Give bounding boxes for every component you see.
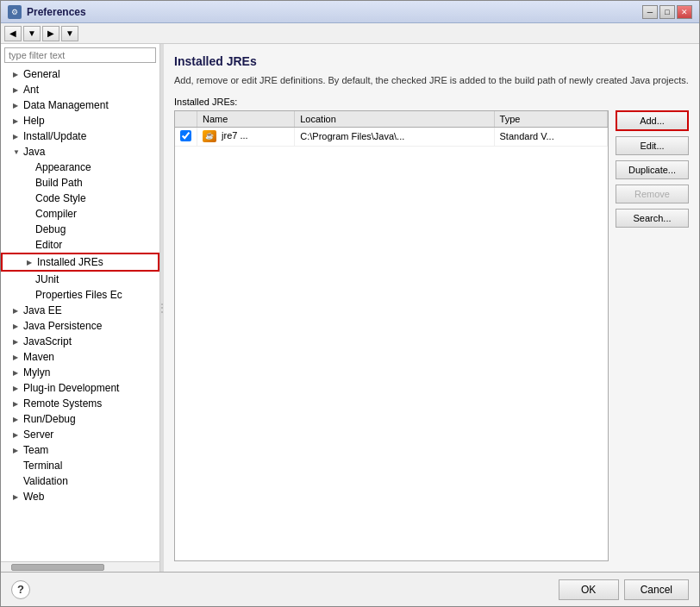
table-label: Installed JREs: bbox=[174, 97, 689, 107]
sidebar-item-terminal[interactable]: Terminal bbox=[1, 458, 159, 473]
back-button[interactable]: ◀ bbox=[4, 26, 22, 41]
sidebar-label: Plug-in Development bbox=[23, 382, 119, 394]
arrow-icon bbox=[13, 147, 22, 156]
sidebar-label: Maven bbox=[23, 351, 54, 363]
sidebar-label: Server bbox=[23, 429, 53, 441]
sidebar-label: Data Management bbox=[23, 99, 109, 111]
maximize-button[interactable]: □ bbox=[659, 5, 675, 19]
jre-icon: ☕ bbox=[203, 130, 216, 142]
sidebar-item-java-persistence[interactable]: Java Persistence bbox=[1, 318, 159, 334]
sidebar-label: Java Persistence bbox=[23, 320, 102, 332]
sidebar-label: Mylyn bbox=[23, 366, 50, 379]
sidebar-item-java-ee[interactable]: Java EE bbox=[1, 303, 159, 318]
table-and-buttons: Name Location Type ☕ bbox=[174, 110, 689, 562]
arrow-icon bbox=[27, 258, 35, 266]
sidebar-item-general[interactable]: General bbox=[1, 66, 159, 82]
sidebar-item-properties-files[interactable]: Properties Files Ec bbox=[1, 287, 159, 303]
sidebar-item-java[interactable]: Java bbox=[1, 144, 159, 160]
arrow-icon bbox=[13, 322, 22, 330]
sidebar-divider[interactable] bbox=[160, 44, 164, 572]
search-button[interactable]: Search... bbox=[616, 209, 689, 228]
forward-menu-button[interactable]: ▼ bbox=[61, 26, 78, 41]
sidebar-hscroll[interactable] bbox=[1, 561, 159, 572]
sidebar-item-data-management[interactable]: Data Management bbox=[1, 97, 159, 113]
sidebar-label: Ant bbox=[23, 84, 39, 96]
sidebar-item-validation[interactable]: Validation bbox=[1, 473, 159, 489]
arrow-icon bbox=[13, 399, 22, 408]
sidebar-label: Java EE bbox=[23, 304, 62, 316]
panel-title: Installed JREs bbox=[174, 54, 689, 68]
filter-input[interactable] bbox=[4, 47, 156, 63]
sidebar-label: Code Style bbox=[35, 192, 86, 204]
sidebar-item-code-style[interactable]: Code Style bbox=[1, 191, 159, 206]
window-icon: ⚙ bbox=[8, 5, 22, 19]
sidebar-item-compiler[interactable]: Compiler bbox=[1, 206, 159, 222]
jre-table-container: Name Location Type ☕ bbox=[174, 110, 609, 562]
sidebar-item-help[interactable]: Help bbox=[1, 113, 159, 128]
sidebar-label: Run/Debug bbox=[23, 413, 76, 425]
sidebar-item-javascript[interactable]: JavaScript bbox=[1, 334, 159, 349]
sidebar-item-team[interactable]: Team bbox=[1, 442, 159, 458]
sidebar-item-run-debug[interactable]: Run/Debug bbox=[1, 411, 159, 427]
add-button[interactable]: Add... bbox=[616, 110, 689, 131]
sidebar-item-junit[interactable]: JUnit bbox=[1, 272, 159, 287]
remove-button[interactable]: Remove bbox=[616, 185, 689, 203]
sidebar-item-mylyn[interactable]: Mylyn bbox=[1, 365, 159, 380]
arrow-icon bbox=[13, 446, 22, 454]
sidebar-item-installed-jres[interactable]: Installed JREs bbox=[1, 253, 159, 272]
sidebar-item-debug[interactable]: Debug bbox=[1, 222, 159, 237]
sidebar-item-ant[interactable]: Ant bbox=[1, 82, 159, 97]
sidebar-label: Validation bbox=[23, 475, 68, 487]
col-name: Name bbox=[197, 111, 295, 128]
jre-location: C:\Program Files\Java\... bbox=[295, 127, 494, 146]
sidebar-label: Properties Files Ec bbox=[35, 289, 122, 301]
sidebar-item-server[interactable]: Server bbox=[1, 427, 159, 442]
forward-button[interactable]: ▶ bbox=[42, 26, 59, 41]
table-row[interactable]: ☕ jre7 ... C:\Program Files\Java\... Sta… bbox=[175, 127, 608, 146]
arrow-icon bbox=[13, 492, 22, 501]
sidebar-label: Install/Update bbox=[23, 130, 86, 142]
sidebar-label: JUnit bbox=[35, 273, 59, 285]
cancel-button[interactable]: Cancel bbox=[624, 579, 689, 600]
sidebar-item-install-update[interactable]: Install/Update bbox=[1, 128, 159, 144]
help-button[interactable]: ? bbox=[11, 580, 30, 599]
jre-name: ☕ jre7 ... bbox=[197, 127, 295, 146]
title-bar: ⚙ Preferences ─ □ ✕ bbox=[1, 1, 699, 23]
ok-button[interactable]: OK bbox=[559, 579, 619, 600]
row-checkbox[interactable] bbox=[175, 127, 197, 146]
arrow-icon bbox=[13, 101, 22, 110]
jre-checkbox[interactable] bbox=[180, 130, 191, 141]
jre-table: Name Location Type ☕ bbox=[175, 111, 608, 147]
col-checkbox bbox=[175, 111, 197, 128]
main-content: General Ant Data Management Help bbox=[1, 44, 699, 572]
sidebar-label: Help bbox=[23, 115, 45, 127]
sidebar-item-maven[interactable]: Maven bbox=[1, 349, 159, 365]
bottom-bar: ? OK Cancel bbox=[1, 572, 699, 606]
back-menu-button[interactable]: ▼ bbox=[23, 26, 41, 41]
preferences-window: ⚙ Preferences ─ □ ✕ ◀ ▼ ▶ ▼ General bbox=[0, 0, 700, 607]
sidebar-item-web[interactable]: Web bbox=[1, 489, 159, 504]
sidebar-label: Java bbox=[23, 146, 45, 158]
bottom-buttons: OK Cancel bbox=[559, 579, 689, 600]
col-location: Location bbox=[295, 111, 494, 128]
sidebar-label: Installed JREs bbox=[37, 256, 103, 268]
duplicate-button[interactable]: Duplicate... bbox=[616, 160, 689, 179]
sidebar-label: Terminal bbox=[23, 460, 62, 472]
arrow-icon bbox=[13, 116, 22, 125]
minimize-button[interactable]: ─ bbox=[642, 5, 658, 19]
panel-description: Add, remove or edit JRE definitions. By … bbox=[174, 73, 689, 88]
arrow-icon bbox=[13, 353, 22, 361]
close-button[interactable]: ✕ bbox=[677, 5, 692, 19]
sidebar-item-plugin-development[interactable]: Plug-in Development bbox=[1, 380, 159, 396]
sidebar-item-editor[interactable]: Editor bbox=[1, 237, 159, 253]
sidebar-scroll: General Ant Data Management Help bbox=[1, 66, 159, 561]
jre-type: Standard V... bbox=[494, 127, 607, 146]
sidebar-item-remote-systems[interactable]: Remote Systems bbox=[1, 396, 159, 411]
sidebar-item-build-path[interactable]: Build Path bbox=[1, 175, 159, 191]
arrow-icon bbox=[13, 415, 22, 423]
sidebar-label: Remote Systems bbox=[23, 397, 102, 410]
sidebar-label: Editor bbox=[35, 239, 62, 251]
col-type: Type bbox=[494, 111, 607, 128]
sidebar-item-appearance[interactable]: Appearance bbox=[1, 160, 159, 175]
edit-button[interactable]: Edit... bbox=[616, 136, 689, 155]
